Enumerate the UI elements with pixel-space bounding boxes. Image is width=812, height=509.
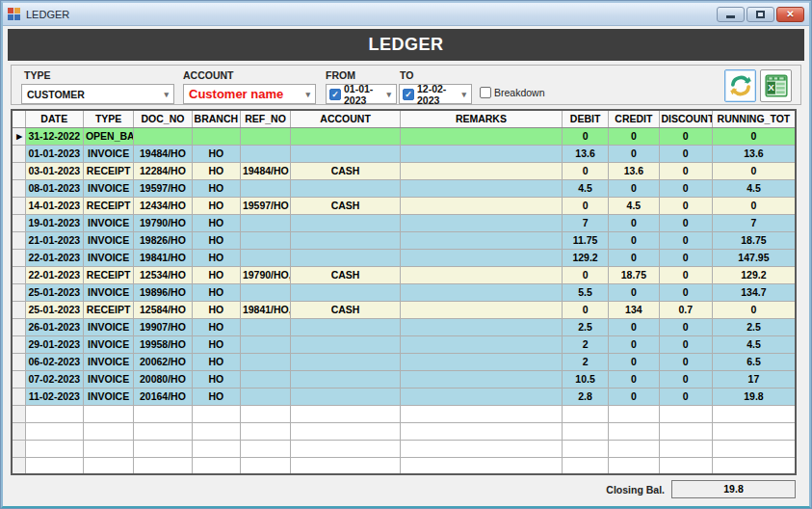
grid-cell[interactable]: 0 — [659, 283, 712, 301]
column-header-doc_no[interactable]: DOC_NO — [134, 110, 192, 127]
row-selector[interactable] — [12, 370, 25, 388]
grid-cell[interactable] — [240, 405, 290, 422]
grid-cell[interactable]: RECEIPT — [83, 266, 133, 283]
grid-cell[interactable]: 19896/HO — [134, 283, 192, 301]
row-selector[interactable] — [12, 162, 25, 179]
grid-cell[interactable]: 0 — [659, 145, 712, 162]
grid-cell[interactable] — [134, 405, 192, 422]
grid-cell[interactable] — [400, 214, 562, 231]
grid-cell[interactable]: INVOICE — [83, 283, 133, 301]
grid-corner[interactable] — [12, 110, 25, 127]
grid-cell[interactable]: 12584/HO — [134, 301, 192, 318]
grid-cell[interactable]: HO — [192, 249, 240, 266]
row-selector-arrow[interactable]: ► — [12, 127, 25, 145]
grid-cell[interactable] — [400, 301, 562, 318]
grid-cell[interactable]: INVOICE — [83, 214, 133, 231]
grid-cell[interactable]: 22-01-2023 — [25, 266, 83, 283]
grid-cell[interactable]: 0 — [609, 335, 659, 353]
grid-cell[interactable] — [659, 457, 712, 474]
grid-cell[interactable]: HO — [192, 231, 240, 249]
grid-cell[interactable] — [291, 353, 401, 370]
grid-cell[interactable]: HO — [192, 353, 240, 370]
grid-cell[interactable]: 129.2 — [712, 266, 796, 283]
grid-cell[interactable] — [240, 370, 290, 388]
grid-cell[interactable]: 0 — [609, 231, 659, 249]
grid-cell[interactable]: 0 — [659, 335, 712, 353]
column-header-ref_no[interactable]: REF_NO — [240, 110, 290, 127]
grid-cell[interactable] — [659, 440, 712, 457]
grid-cell[interactable]: INVOICE — [83, 388, 133, 405]
grid-cell[interactable]: 0 — [659, 388, 712, 405]
table-row[interactable]: ►31-12-2022OPEN_BAL0000 — [12, 127, 796, 145]
closing-balance-field[interactable]: 19.8 — [671, 480, 796, 498]
grid-cell[interactable] — [400, 179, 562, 197]
table-row[interactable]: 25-01-2023RECEIPT12584/HOHO19841/HO,CASH… — [12, 301, 796, 318]
column-header-debit[interactable]: DEBIT — [562, 110, 608, 127]
grid-cell[interactable]: 0 — [562, 197, 608, 214]
table-row[interactable]: 26-01-2023INVOICE19907/HOHO2.5002.5 — [12, 318, 796, 335]
grid-cell[interactable]: 19841/HO — [134, 249, 192, 266]
grid-cell[interactable]: HO — [192, 301, 240, 318]
grid-cell[interactable]: 0 — [659, 318, 712, 335]
grid-cell[interactable]: 19597/HO — [134, 179, 192, 197]
grid-cell[interactable] — [400, 283, 562, 301]
grid-cell[interactable]: RECEIPT — [83, 162, 133, 179]
grid-cell[interactable]: 14-01-2023 — [25, 197, 83, 214]
grid-cell[interactable]: 19907/HO — [134, 318, 192, 335]
grid-cell[interactable] — [291, 370, 401, 388]
grid-cell[interactable] — [192, 422, 240, 440]
grid-cell[interactable]: HO — [192, 197, 240, 214]
grid-cell[interactable]: 07-02-2023 — [25, 370, 83, 388]
grid-cell[interactable]: CASH — [291, 266, 401, 283]
table-row[interactable]: 06-02-2023INVOICE20062/HOHO2006.5 — [12, 353, 796, 370]
grid-cell[interactable]: 11.75 — [562, 231, 608, 249]
grid-cell[interactable] — [240, 422, 290, 440]
grid-cell[interactable]: HO — [192, 335, 240, 353]
grid-cell[interactable] — [400, 145, 562, 162]
export-excel-button[interactable]: X — [760, 69, 792, 102]
grid-cell[interactable] — [240, 353, 290, 370]
grid-cell[interactable] — [291, 388, 401, 405]
row-selector[interactable] — [12, 266, 25, 283]
table-row[interactable]: 11-02-2023INVOICE20164/HOHO2.80019.8 — [12, 388, 796, 405]
grid-cell[interactable] — [134, 440, 192, 457]
grid-cell[interactable]: 0 — [659, 249, 712, 266]
table-row[interactable]: 08-01-2023INVOICE19597/HOHO4.5004.5 — [12, 179, 796, 197]
grid-cell[interactable]: 12534/HO — [134, 266, 192, 283]
table-row[interactable] — [12, 457, 796, 474]
row-selector[interactable] — [12, 301, 25, 318]
table-row[interactable]: 19-01-2023INVOICE19790/HOHO7007 — [12, 214, 796, 231]
grid-cell[interactable]: CASH — [291, 162, 401, 179]
grid-cell[interactable]: 0 — [609, 145, 659, 162]
grid-cell[interactable]: 19841/HO, — [240, 301, 290, 318]
grid-cell[interactable] — [25, 405, 83, 422]
grid-cell[interactable]: RECEIPT — [83, 197, 133, 214]
table-row[interactable] — [12, 405, 796, 422]
row-selector[interactable] — [12, 145, 25, 162]
grid-cell[interactable] — [400, 197, 562, 214]
grid-cell[interactable]: 12434/HO — [134, 197, 192, 214]
grid-cell[interactable] — [83, 405, 133, 422]
grid-cell[interactable]: 6.5 — [712, 353, 796, 370]
table-row[interactable] — [12, 440, 796, 457]
grid-cell[interactable]: 0 — [609, 318, 659, 335]
grid-cell[interactable] — [400, 231, 562, 249]
grid-cell[interactable] — [400, 318, 562, 335]
grid-cell[interactable]: 13.6 — [712, 145, 796, 162]
table-row[interactable]: 01-01-2023INVOICE19484/HOHO13.60013.6 — [12, 145, 796, 162]
grid-cell[interactable]: 06-02-2023 — [25, 353, 83, 370]
grid-cell[interactable]: 0 — [609, 179, 659, 197]
column-header-credit[interactable]: CREDIT — [609, 110, 659, 127]
column-header-discount[interactable]: DISCOUNT — [659, 110, 712, 127]
grid-cell[interactable]: 2.8 — [562, 388, 608, 405]
maximize-button[interactable] — [747, 7, 774, 22]
grid-cell[interactable]: 0 — [659, 266, 712, 283]
grid-cell[interactable] — [400, 335, 562, 353]
grid-cell[interactable]: 19958/HO — [134, 335, 192, 353]
grid-cell[interactable]: 19790/HO — [134, 214, 192, 231]
grid-cell[interactable] — [134, 422, 192, 440]
grid-cell[interactable] — [192, 405, 240, 422]
grid-cell[interactable] — [609, 422, 659, 440]
grid-cell[interactable]: RECEIPT — [83, 301, 133, 318]
grid-cell[interactable]: 0 — [609, 388, 659, 405]
